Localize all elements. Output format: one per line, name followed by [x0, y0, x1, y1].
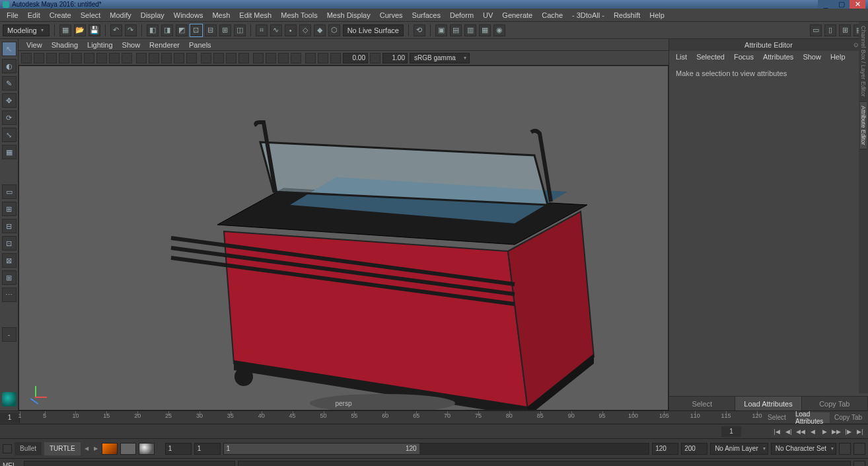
- step-back-key-icon[interactable]: ◀|: [783, 426, 794, 437]
- command-input[interactable]: [24, 461, 235, 467]
- layout-icon-1[interactable]: ▭: [810, 24, 822, 36]
- isolate-select-icon[interactable]: [201, 53, 211, 63]
- layout-two-h-button[interactable]: ⊟: [2, 219, 17, 233]
- motion-blur-icon[interactable]: [266, 53, 276, 63]
- select-tool-button[interactable]: ↖: [2, 42, 17, 56]
- last-tool-button[interactable]: ▦: [2, 145, 17, 159]
- 2d-pan-icon[interactable]: [59, 53, 69, 63]
- range-end-field[interactable]: 200: [681, 443, 707, 455]
- select-component-icon[interactable]: ◩: [176, 24, 188, 36]
- ts-select-button[interactable]: Select: [760, 412, 794, 423]
- menu-edit[interactable]: Edit: [24, 10, 44, 20]
- goto-start-icon[interactable]: |◀: [772, 426, 782, 437]
- character-set-combo[interactable]: No Character Set: [771, 443, 836, 455]
- panelmenu-shading[interactable]: Shading: [48, 40, 82, 50]
- gamma-icon[interactable]: [370, 53, 380, 63]
- gate-mask-icon[interactable]: [122, 53, 132, 63]
- select-object-icon[interactable]: ◨: [161, 24, 173, 36]
- use-lights-icon[interactable]: [174, 53, 184, 63]
- xray-icon[interactable]: [213, 53, 224, 63]
- spin-icon[interactable]: [330, 53, 341, 63]
- menu-mesh-display[interactable]: Mesh Display: [323, 10, 375, 20]
- menu-help[interactable]: Help: [645, 10, 669, 20]
- camera-select-icon[interactable]: [21, 53, 32, 63]
- minimize-button[interactable]: _: [818, 0, 834, 9]
- panelmenu-show[interactable]: Show: [118, 40, 145, 50]
- range-inner-end-field[interactable]: 120: [652, 443, 678, 455]
- lasso-tool-button[interactable]: ◐: [2, 59, 17, 73]
- layout-single-button[interactable]: ▭: [2, 184, 17, 199]
- menu-modify[interactable]: Modify: [106, 10, 135, 20]
- xray-joints-icon[interactable]: [226, 53, 236, 63]
- attrmenu-attributes[interactable]: Attributes: [759, 52, 797, 62]
- snap-curve-icon[interactable]: ∿: [270, 24, 282, 36]
- layout-graph-button[interactable]: ⊞: [2, 270, 17, 285]
- range-start-field[interactable]: 1: [165, 443, 192, 455]
- menu-surfaces[interactable]: Surfaces: [408, 10, 445, 20]
- menuset-combo[interactable]: Modeling▾: [3, 24, 50, 36]
- select-vertex-icon[interactable]: ⊡: [190, 24, 202, 36]
- exposure-icon[interactable]: [305, 53, 316, 63]
- step-back-icon[interactable]: ◀◀: [795, 426, 806, 437]
- layout-custom-button[interactable]: ⋯: [2, 288, 17, 302]
- ae-load-attributes-button[interactable]: Load Attributes: [735, 397, 801, 410]
- xray-components-icon[interactable]: [238, 53, 249, 63]
- pin-icon[interactable]: ⊙: [853, 42, 859, 48]
- menu-windows[interactable]: Windows: [170, 10, 207, 20]
- time-ruler[interactable]: 1510152025303540455055606570758085909510…: [20, 411, 757, 424]
- occlusion-icon[interactable]: [253, 53, 264, 63]
- select-uv-icon[interactable]: ◫: [234, 24, 246, 36]
- ae-select-button[interactable]: Select: [669, 397, 735, 410]
- make-live-icon[interactable]: ⬡: [328, 24, 340, 36]
- render-region-icon[interactable]: ▥: [464, 24, 476, 36]
- undo-icon[interactable]: ↶: [110, 24, 122, 36]
- save-scene-icon[interactable]: 💾: [89, 24, 100, 36]
- textured-icon[interactable]: [161, 53, 172, 63]
- swatch-fire-icon[interactable]: [102, 443, 118, 455]
- panelmenu-lighting[interactable]: Lighting: [83, 40, 117, 50]
- attrmenu-help[interactable]: Help: [826, 52, 850, 62]
- timeslider-start-frame[interactable]: 1: [0, 412, 20, 423]
- range-slider[interactable]: 1120: [223, 443, 649, 455]
- dof-icon[interactable]: [291, 53, 301, 63]
- smooth-shade-icon[interactable]: [149, 53, 159, 63]
- layout-two-v-button[interactable]: ⊡: [2, 236, 17, 251]
- view-transform-combo[interactable]: sRGB gamma: [410, 53, 470, 63]
- layout-icon-2[interactable]: ▯: [824, 24, 836, 36]
- anti-alias-icon[interactable]: [278, 53, 289, 63]
- sidetab-attribute-editor[interactable]: Attribute Editor: [860, 102, 867, 150]
- ts-copy-button[interactable]: Copy Tab: [831, 412, 865, 423]
- render-settings-icon[interactable]: ▦: [479, 24, 491, 36]
- close-button[interactable]: ✕: [850, 0, 865, 9]
- menu-uv[interactable]: UV: [479, 10, 497, 20]
- menu-display[interactable]: Display: [137, 10, 168, 20]
- goto-end-icon[interactable]: ▶|: [855, 426, 865, 437]
- menu-mesh-tools[interactable]: Mesh Tools: [277, 10, 321, 20]
- snap-grid-icon[interactable]: ⌗: [256, 24, 268, 36]
- tab-bullet[interactable]: Bullet: [15, 442, 42, 455]
- play-forward-icon[interactable]: ▶: [819, 426, 830, 437]
- attrmenu-list[interactable]: List: [672, 52, 691, 62]
- exposure-value[interactable]: 0.00: [343, 53, 368, 63]
- step-forward-key-icon[interactable]: |▶: [843, 426, 853, 437]
- menu-deform[interactable]: Deform: [446, 10, 478, 20]
- layout-four-button[interactable]: ⊞: [2, 202, 17, 216]
- menu-generate[interactable]: Generate: [498, 10, 536, 20]
- anim-pref-icon[interactable]: [3, 444, 12, 453]
- hypershade-icon[interactable]: ◉: [493, 24, 505, 36]
- tab-scroll-right-icon[interactable]: ▶: [92, 446, 99, 451]
- grid-toggle-icon[interactable]: [84, 53, 94, 63]
- new-scene-icon[interactable]: ▦: [59, 24, 71, 36]
- anim-prefs-icon[interactable]: [853, 443, 865, 455]
- time-slider[interactable]: 1 15101520253035404550556065707580859095…: [0, 410, 868, 424]
- film-gate-icon[interactable]: [96, 53, 107, 63]
- panelmenu-panels[interactable]: Panels: [185, 40, 215, 50]
- snap-point-icon[interactable]: •: [285, 24, 297, 36]
- menu-cache[interactable]: Cache: [538, 10, 567, 20]
- image-plane-icon[interactable]: [46, 53, 57, 63]
- attrmenu-show[interactable]: Show: [799, 52, 825, 62]
- select-face-icon[interactable]: ⊞: [219, 24, 231, 36]
- ae-copy-tab-button[interactable]: Copy Tab: [802, 397, 868, 410]
- script-editor-icon[interactable]: [853, 461, 865, 467]
- layout-persp-outliner-button[interactable]: ⊠: [2, 253, 17, 268]
